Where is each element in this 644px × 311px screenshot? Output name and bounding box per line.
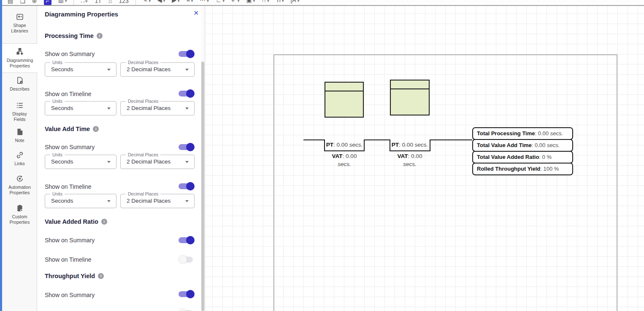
toggle-yield-summary[interactable] (179, 290, 195, 298)
toggle-processing-summary[interactable] (179, 50, 195, 58)
summary-value: : 0.00 (535, 130, 550, 137)
row-label-show-on-timeline: Show on Timeline (45, 256, 92, 263)
arrow-start-icon[interactable]: ◀▾ (157, 0, 165, 5)
line-style-icon[interactable]: ⋯▾ (200, 0, 209, 5)
chevron-down-icon (107, 200, 111, 202)
info-icon[interactable]: i (97, 33, 103, 39)
process-box-2[interactable] (390, 80, 430, 115)
sidebar-item-automation-properties[interactable]: Automation Properties (2, 174, 37, 196)
chart-icon[interactable]: ▥▾ (58, 0, 67, 5)
sidebar-item-custom-properties[interactable]: Custom Properties (2, 204, 37, 225)
field-value: Seconds (51, 198, 73, 204)
arrow-end-icon[interactable]: ▶▾ (172, 0, 179, 5)
field-floating-label: Units (50, 191, 65, 196)
caret-down-icon: ▾ (163, 0, 165, 3)
toggle-knob (179, 309, 187, 311)
info-icon[interactable]: i (98, 273, 104, 279)
add-data-icon[interactable]: ∴+ (81, 0, 88, 5)
line-weight-icon[interactable]: ≡▾ (187, 0, 193, 5)
sidebar-item-diagramming-properties[interactable]: Diagramming Properties (2, 43, 38, 73)
pt-abbrev: PT (326, 142, 333, 148)
fill-color-icon[interactable]: ▣▾ (246, 0, 255, 5)
comment-icon[interactable]: ❑ (20, 0, 25, 5)
globe-icon[interactable]: ⊕ (32, 0, 37, 5)
units-dropdown[interactable]: Units Seconds (45, 101, 116, 115)
timeline-vat-label[interactable]: VAT: 0.00secs. (311, 152, 378, 168)
sidebar-item-label: Note (2, 138, 37, 143)
toggle-processing-timeline[interactable] (179, 89, 195, 98)
field-floating-label: Units (50, 152, 65, 157)
format-painter-icon[interactable]: ✐▾ (231, 0, 239, 5)
toggle-valueadd-timeline[interactable] (179, 182, 195, 190)
pages-icon[interactable]: ▤ (8, 0, 13, 5)
row-label-show-on-summary: Show on Summary (45, 51, 95, 57)
summary-label: Total Value Add Time (477, 142, 532, 148)
summary-label: Rolled Throughput Yield (477, 166, 540, 172)
process-box-1[interactable] (325, 82, 364, 118)
field-value: 2 Decimal Places (127, 158, 170, 165)
custom-properties-icon (16, 204, 24, 212)
panel-scrollbar-thumb[interactable] (201, 62, 204, 311)
caret-down-icon: ▾ (191, 0, 193, 3)
summary-value: : 100 % (540, 166, 559, 172)
timeline-tool-icon[interactable]: ⌐ (44, 0, 51, 5)
caret-down-icon: ▾ (238, 0, 240, 3)
summary-row: Total Processing Time: 0.00 secs. (472, 127, 573, 140)
line-jump-icon[interactable]: ∩▾ (262, 0, 269, 5)
timeline-pt-label[interactable]: PT: 0.00 secs. (311, 142, 378, 148)
text-style-icon[interactable]: [A▾ (290, 0, 299, 5)
pt-unit: secs. (415, 142, 428, 148)
sidebar-item-note[interactable]: Note (2, 128, 37, 143)
toggle-knob (186, 182, 195, 190)
units-dropdown[interactable]: Units Seconds (45, 155, 116, 169)
text-case-icon[interactable]: 1T (95, 0, 102, 5)
decimal-places-dropdown[interactable]: Decimal Places 2 Decimal Places (120, 155, 195, 169)
timeline-pt-label[interactable]: PT: 0.00 secs. (376, 142, 444, 148)
shape-outline-icon[interactable]: ⌂ (108, 0, 112, 5)
field-row: Units Seconds Decimal Places 2 Decimal P… (38, 155, 205, 169)
toggle-knob (186, 89, 195, 98)
toggle-ratio-summary[interactable] (179, 236, 195, 244)
units-dropdown[interactable]: Units Seconds (45, 194, 116, 208)
field-value: Seconds (51, 158, 73, 165)
font-size-icon[interactable]: Ti▾ (276, 0, 284, 5)
chevron-down-icon (185, 69, 189, 71)
decimal-places-dropdown[interactable]: Decimal Places 2 Decimal Places (120, 62, 195, 77)
field-value: Seconds (51, 105, 73, 111)
pt-value: : 0.00 (399, 142, 415, 148)
close-icon[interactable]: ✕ (193, 9, 199, 17)
chevron-down-icon (107, 69, 111, 71)
row-label-show-on-summary: Show on Summary (45, 144, 95, 150)
vsm-summary-box[interactable]: Total Processing Time: 0.00 secs. Total … (472, 127, 573, 175)
numbers-icon[interactable]: 123 (119, 0, 128, 5)
toggle-ratio-timeline[interactable] (179, 255, 195, 264)
units-dropdown[interactable]: Units Seconds (45, 62, 116, 77)
decimal-places-dropdown[interactable]: Decimal Places 2 Decimal Places (120, 101, 195, 115)
sidebar-item-label: Diagramming (2, 58, 38, 63)
panel-title: Diagramming Properties (45, 11, 118, 18)
sidebar-item-label: Fields (2, 117, 37, 122)
decimal-places-dropdown[interactable]: Decimal Places 2 Decimal Places (120, 194, 195, 208)
sidebar-item-describes[interactable]: Describes (2, 76, 37, 92)
sidebar-item-shape-libraries[interactable]: Shape Libraries (2, 13, 37, 34)
summary-unit: secs. (550, 130, 563, 137)
field-row: Units Seconds Decimal Places 2 Decimal P… (38, 62, 205, 77)
toggle-knob (186, 236, 195, 244)
row-label-show-on-timeline: Show on Timeline (45, 183, 92, 190)
summary-row: Total Value Add Time: 0.00 secs. (472, 139, 573, 152)
toggle-yield-timeline-partial[interactable] (179, 309, 195, 311)
toggle-valueadd-summary[interactable] (179, 143, 195, 151)
caret-down-icon: ▾ (65, 0, 67, 3)
info-icon[interactable]: i (101, 219, 107, 225)
top-toolbar: ▤❑⊕⌐▥▾∴+1T⌂123✎▾◀▾▶▾≡▾⋯▾∟▾✐▾▣▾∩▾Ti▾[A▾ (0, 0, 644, 6)
info-icon[interactable]: i (93, 126, 99, 132)
sidebar-item-links[interactable]: Links (2, 151, 37, 166)
toggle-knob (179, 255, 187, 264)
field-floating-label: Decimal Places (126, 99, 160, 104)
diagram-canvas[interactable]: PT: 0.00 secs. VAT: 0.00secs. PT: 0.00 s… (206, 6, 644, 311)
timeline-vat-label[interactable]: VAT: 0.00secs. (376, 152, 444, 168)
corner-style-icon[interactable]: ∟▾ (216, 0, 225, 5)
section-title-text: Processing Time (45, 32, 94, 39)
sidebar-item-display-fields[interactable]: Display Fields (2, 101, 37, 122)
line-color-icon[interactable]: ✎▾ (143, 0, 151, 5)
